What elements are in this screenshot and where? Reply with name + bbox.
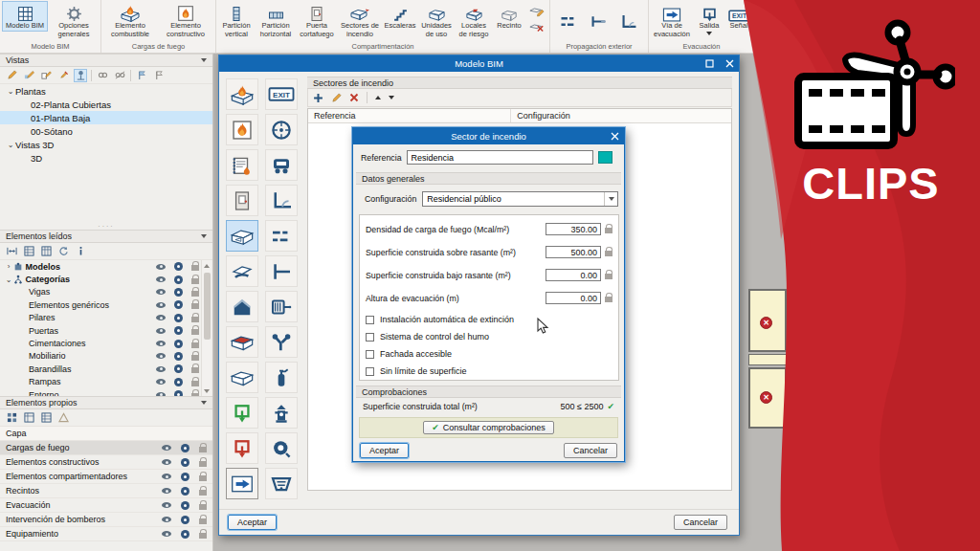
visibility-icon[interactable] xyxy=(156,353,166,359)
visibility-icon[interactable] xyxy=(156,264,166,270)
lock-icon[interactable] xyxy=(605,297,612,302)
visibility-icon[interactable] xyxy=(156,328,166,334)
escaleras-button[interactable]: Escaleras xyxy=(383,1,417,32)
close-icon[interactable] xyxy=(611,132,619,141)
scroll-thumb[interactable] xyxy=(204,273,211,340)
generic-room-box-tool[interactable] xyxy=(226,362,258,393)
checkbox-row-fachada[interactable]: Fachada accesible xyxy=(366,349,452,359)
visibility-icon[interactable] xyxy=(156,315,166,320)
stairs-hand-tool[interactable] xyxy=(226,255,258,287)
elemento-combustible-button[interactable]: Elemento combustible xyxy=(103,1,157,39)
lock-icon[interactable] xyxy=(605,251,612,256)
hose-reel-icon[interactable] xyxy=(757,4,778,19)
collapsed-chevron-icon[interactable]: › xyxy=(4,262,13,271)
puerta-cortafuego-button[interactable]: Puerta cortafuego xyxy=(297,1,337,39)
evacuation-entry-green-tool[interactable] xyxy=(226,397,258,429)
densidad-input[interactable]: 350.00 xyxy=(546,223,601,235)
propagation-dashes-icon[interactable] xyxy=(556,9,581,33)
alarm-horns-icon[interactable] xyxy=(757,20,778,35)
espacio-maniobra-button[interactable]: Espacio de maniobra xyxy=(883,1,927,39)
settings-icon[interactable] xyxy=(174,340,183,348)
collapse-layers-icon[interactable] xyxy=(39,411,53,425)
tree-node-planta-baja[interactable]: 01-Planta Baja xyxy=(0,111,212,124)
consultar-comprobaciones-button[interactable]: ✔Consultar comprobaciones xyxy=(423,421,554,434)
checkbox[interactable] xyxy=(366,350,374,359)
delete-room-icon[interactable] xyxy=(526,20,547,35)
tree-leaf-barandillas[interactable]: Barandillas xyxy=(0,363,212,375)
tree-node-plantas[interactable]: ⌄Plantas xyxy=(0,84,212,98)
particion-horizontal-button[interactable]: Partición horizontal xyxy=(256,1,296,39)
info-icon[interactable] xyxy=(74,245,87,258)
expand-layers-icon[interactable] xyxy=(22,411,35,425)
settings-icon[interactable] xyxy=(174,390,183,396)
edit-room-icon[interactable] xyxy=(526,4,547,19)
expanded-chevron-icon[interactable]: ⌄ xyxy=(6,141,15,149)
lock-icon[interactable] xyxy=(605,228,612,233)
expanded-chevron-icon[interactable]: ⌄ xyxy=(4,276,13,284)
tree-leaf-rampas[interactable]: Rampas xyxy=(0,376,212,388)
vial-aproximacion-button[interactable]: Vial de aproximación xyxy=(833,1,882,39)
add-icon[interactable] xyxy=(313,93,323,103)
visibility-icon[interactable] xyxy=(162,517,171,522)
lock-icon[interactable] xyxy=(191,278,199,284)
unlink-views-icon[interactable] xyxy=(113,69,126,82)
visibility-icon[interactable] xyxy=(162,502,171,508)
visibility-icon[interactable] xyxy=(162,459,171,465)
link-views-icon[interactable] xyxy=(96,69,109,82)
visibility-icon[interactable] xyxy=(156,379,166,385)
tree-leaf-pilares[interactable]: Pilares xyxy=(0,312,212,324)
settings-icon[interactable] xyxy=(174,326,183,335)
leidos-scrollbar[interactable] xyxy=(201,260,212,396)
bajo-rasante-input[interactable]: 0.00 xyxy=(546,269,601,281)
lock-icon[interactable] xyxy=(199,461,207,467)
lock-icon[interactable] xyxy=(605,274,612,279)
fire-wall-tool[interactable] xyxy=(226,114,258,145)
lock-icon[interactable] xyxy=(191,329,199,335)
refresh-icon[interactable] xyxy=(56,245,70,258)
collapse-grid-icon[interactable] xyxy=(39,245,53,258)
visibility-icon[interactable] xyxy=(156,276,166,282)
fit-columns-icon[interactable] xyxy=(5,245,18,258)
tree-leaf-mobiliario[interactable]: Mobiliario xyxy=(0,350,212,363)
via-evacuacion-button[interactable]: Vía de evacuación xyxy=(651,1,693,39)
settings-icon[interactable] xyxy=(181,530,189,539)
checkbox-row-extincion[interactable]: Instalación automática de extinción xyxy=(366,315,514,324)
settings-icon[interactable] xyxy=(181,501,189,510)
lock-icon[interactable] xyxy=(199,490,207,496)
leidos-panel-header[interactable]: Elementos leídos xyxy=(0,230,212,243)
layer-row-constructivos[interactable]: Elementos constructivos xyxy=(0,455,212,470)
propagation-tee-icon[interactable] xyxy=(587,9,612,33)
unidades-uso-button[interactable]: Unidades de uso xyxy=(418,1,455,39)
evacuation-exit-red-tool[interactable] xyxy=(226,432,258,464)
lock-icon[interactable] xyxy=(191,355,199,361)
layer-row-equipamiento[interactable]: Equipamiento xyxy=(0,527,212,541)
risk-local-box-tool[interactable] xyxy=(226,326,258,358)
settings-icon[interactable] xyxy=(181,458,189,467)
lock-icon[interactable] xyxy=(199,533,207,539)
layer-row-evacuacion[interactable]: Evacuación xyxy=(0,498,212,513)
sobre-rasante-input[interactable]: 500.00 xyxy=(546,246,601,258)
lock-icon[interactable] xyxy=(191,381,199,386)
maximize-icon[interactable] xyxy=(705,59,714,68)
tree-node-categorias[interactable]: ⌄ Categorías xyxy=(0,273,212,285)
tree-node-vistas-3d[interactable]: ⌄Vistas 3D xyxy=(0,138,212,151)
settings-icon[interactable] xyxy=(174,378,183,386)
referencia-input[interactable]: Residencia xyxy=(407,150,593,165)
locales-riesgo-button[interactable]: Locales de riesgo xyxy=(456,1,492,39)
modelo-bim-button[interactable]: Modelo BIM xyxy=(2,1,48,32)
sector-color-swatch[interactable] xyxy=(598,151,612,164)
lock-icon[interactable] xyxy=(191,393,199,396)
altura-input[interactable]: 0.00 xyxy=(546,292,601,304)
cube-link2-icon[interactable] xyxy=(928,20,949,35)
scroll-up-arrow[interactable] xyxy=(202,260,212,271)
checkbox[interactable] xyxy=(366,367,374,376)
exterior-dashes-tool[interactable] xyxy=(265,220,298,252)
layer-row-cargas[interactable]: Cargas de fuego xyxy=(0,441,212,455)
tree-leaf-elementos-genericos[interactable]: Elementos genéricos xyxy=(0,298,212,311)
sector-cancel-button[interactable]: Cancelar xyxy=(564,443,617,458)
propagation-corner-icon[interactable] xyxy=(617,9,642,33)
lock-icon[interactable] xyxy=(191,291,199,297)
recinto-button[interactable]: Recinto xyxy=(493,1,525,32)
settings-icon[interactable] xyxy=(174,364,183,373)
visibility-icon[interactable] xyxy=(156,392,166,396)
